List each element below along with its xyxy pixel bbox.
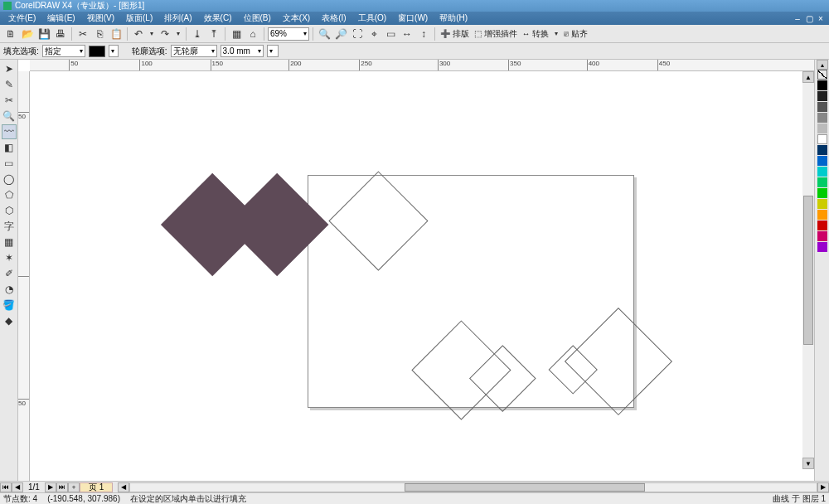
redo-button[interactable]: ↷ (158, 27, 172, 41)
canvas[interactable]: ▲ ▼ (30, 71, 814, 481)
menu-file[interactable]: 文件(E) (3, 12, 41, 24)
menu-tools[interactable]: 工具(O) (353, 12, 391, 24)
menu-layout[interactable]: 版面(L) (121, 12, 158, 24)
scroll-down-button[interactable]: ▼ (802, 458, 814, 469)
zoom-height-button[interactable]: ↕ (416, 27, 431, 41)
fill-option-select[interactable]: 指定▾ (42, 45, 85, 57)
convert-button[interactable]: ↔ 转换 (521, 28, 551, 40)
redo-dropdown[interactable]: ▾ (174, 27, 182, 41)
shape-tool[interactable]: ✎ (2, 77, 17, 92)
import-button[interactable]: ⤓ (190, 27, 205, 41)
add-page-button[interactable]: ＋ (68, 482, 80, 492)
swatch-magenta[interactable] (817, 231, 827, 241)
open-button[interactable]: 📂 (20, 27, 35, 41)
zoom-width-button[interactable]: ↔ (400, 27, 414, 41)
save-button[interactable]: 💾 (36, 27, 51, 41)
menu-text[interactable]: 文本(X) (278, 12, 315, 24)
swatch-gray[interactable] (817, 102, 827, 112)
app-launcher-button[interactable]: ▦ (229, 27, 244, 41)
fill-swatch-dropdown[interactable]: ▾ (109, 45, 119, 57)
mdi-minimize-icon[interactable]: – (793, 13, 802, 23)
mdi-restore-icon[interactable]: ▢ (804, 13, 814, 23)
copy-button[interactable]: ⎘ (92, 27, 107, 41)
horizontal-ruler[interactable]: 50 100 150 200 250 300 350 400 450 (30, 60, 814, 71)
enhance-plugin-button[interactable]: ⬚ 增强插件 (473, 28, 519, 40)
outline-tool[interactable]: ◔ (2, 282, 17, 297)
menu-edit[interactable]: 编辑(E) (42, 12, 80, 24)
vertical-ruler[interactable]: 50 50 (18, 71, 30, 481)
swatch-dark[interactable] (817, 91, 827, 101)
zoom-fit-button[interactable]: ⛶ (350, 27, 365, 41)
outline-spinner[interactable]: ▾ (267, 45, 279, 57)
pick-tool[interactable]: ➤ (2, 61, 17, 76)
smart-fill-tool[interactable]: ◧ (2, 140, 17, 155)
zoom-sel-button[interactable]: ⌖ (366, 27, 381, 41)
swatch-cyan[interactable] (817, 167, 827, 177)
convert-dropdown[interactable]: ▾ (552, 27, 560, 41)
swatch-navy[interactable] (817, 145, 827, 155)
menu-table[interactable]: 表格(I) (317, 12, 351, 24)
menu-help[interactable]: 帮助(H) (434, 12, 473, 24)
table-tool[interactable]: ▦ (2, 235, 17, 250)
basic-shapes-tool[interactable]: ⬡ (2, 203, 17, 218)
zoom-combo[interactable]: 69%▾ (268, 27, 309, 41)
eyedropper-tool[interactable]: ✐ (2, 266, 17, 281)
scroll-right-button[interactable]: ▶ (817, 482, 829, 492)
paste-button[interactable]: 📋 (109, 27, 124, 41)
no-color-swatch[interactable] (817, 70, 827, 80)
vertical-scrollbar[interactable]: ▲ ▼ (802, 71, 814, 469)
swatch-green[interactable] (817, 177, 827, 187)
scroll-up-button[interactable]: ▲ (802, 71, 814, 83)
swatch-lime[interactable] (817, 188, 827, 198)
text-tool[interactable]: 字 (2, 219, 17, 234)
swatch-yellow[interactable] (817, 199, 827, 209)
print-button[interactable]: 🖶 (53, 27, 68, 41)
cut-button[interactable]: ✂ (75, 27, 90, 41)
swatch-blue[interactable] (817, 156, 827, 166)
freehand-tool[interactable]: 〰 (2, 124, 17, 139)
scroll-left-button[interactable]: ◀ (118, 482, 129, 492)
outline-width-select[interactable]: 3.0 mm▾ (221, 45, 264, 57)
h-scroll-thumb[interactable] (405, 483, 645, 492)
zoom-tool[interactable]: 🔍 (2, 109, 17, 124)
h-scrollbar[interactable]: ◀ ▶ (118, 482, 829, 492)
swatch-red[interactable] (817, 220, 827, 230)
fill-swatch[interactable] (89, 46, 105, 57)
swatch-gray2[interactable] (817, 113, 827, 123)
mdi-close-icon[interactable]: × (816, 13, 826, 23)
next-page-button[interactable]: ▶ (45, 482, 56, 492)
rectangle-tool[interactable]: ▭ (2, 156, 17, 171)
palette-scroll-up[interactable]: ▴ (817, 60, 828, 70)
welcome-button[interactable]: ⌂ (245, 27, 260, 41)
swatch-gray3[interactable] (817, 124, 827, 133)
page-tab-1[interactable]: 页 1 (80, 482, 113, 492)
first-page-button[interactable]: ⏮ (0, 482, 12, 492)
zoom-in-button[interactable]: 🔍 (317, 27, 332, 41)
undo-button[interactable]: ↶ (131, 27, 146, 41)
snap-button[interactable]: ⎚ 贴齐 (562, 28, 589, 40)
crop-tool[interactable]: ✂ (2, 93, 17, 108)
fill-tool[interactable]: 🪣 (2, 298, 17, 313)
new-doc-button[interactable]: 🗎 (3, 27, 18, 41)
menu-bitmap[interactable]: 位图(B) (239, 12, 276, 24)
outline-option-select[interactable]: 无轮廓▾ (171, 45, 217, 57)
prev-page-button[interactable]: ◀ (12, 482, 23, 492)
interactive-tool[interactable]: ✶ (2, 250, 17, 265)
typeset-button[interactable]: ➕ 排版 (439, 28, 471, 40)
polygon-tool[interactable]: ⬠ (2, 187, 17, 202)
zoom-page-button[interactable]: ▭ (383, 27, 398, 41)
swatch-orange[interactable] (817, 210, 827, 220)
undo-dropdown[interactable]: ▾ (148, 27, 156, 41)
last-page-button[interactable]: ⏭ (56, 482, 68, 492)
zoom-out-button[interactable]: 🔎 (333, 27, 348, 41)
export-button[interactable]: ⤒ (206, 27, 221, 41)
swatch-black[interactable] (817, 80, 827, 90)
swatch-purple[interactable] (817, 242, 827, 252)
menu-arrange[interactable]: 排列(A) (159, 12, 196, 24)
interactive-fill-tool[interactable]: ◆ (2, 313, 17, 328)
menu-window[interactable]: 窗口(W) (393, 12, 433, 24)
menu-view[interactable]: 视图(V) (82, 12, 119, 24)
swatch-white[interactable] (817, 134, 827, 144)
ellipse-tool[interactable]: ◯ (2, 172, 17, 187)
menu-effects[interactable]: 效果(C) (199, 12, 237, 24)
